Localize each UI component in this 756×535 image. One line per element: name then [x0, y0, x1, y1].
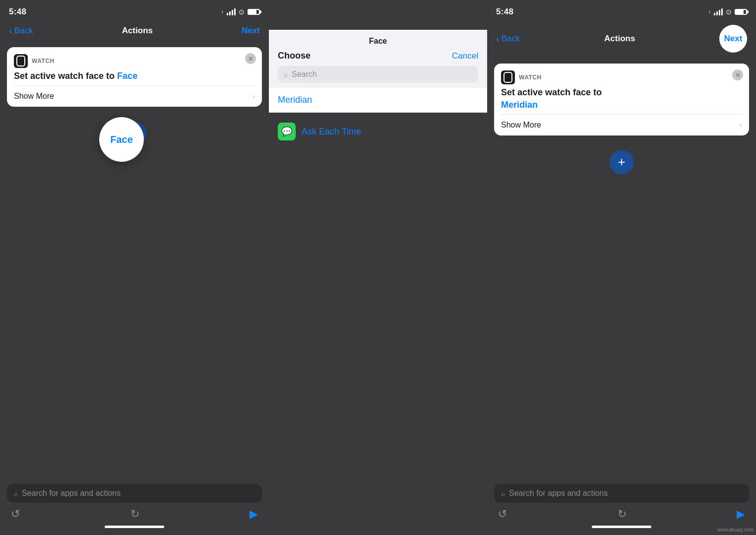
picker-choose-label: Choose [278, 51, 311, 61]
search-icon-right: ⌕ [501, 489, 505, 497]
next-button-left[interactable]: Next [242, 26, 260, 36]
status-bar-left: 5:48 ↑ ⊙ [0, 0, 269, 22]
picker-item-meridian[interactable]: Meridian [269, 88, 487, 113]
play-button-left[interactable]: ▶ [250, 508, 258, 521]
picker-search-icon: ⌕ [284, 70, 288, 78]
wifi-icon: ⊙ [239, 8, 245, 16]
undo-icon-right[interactable]: ↺ [498, 508, 507, 521]
chevron-left-icon-right: ‹ [496, 33, 500, 45]
panel-left: 5:48 ↑ ⊙ ‹ Back Actions [0, 0, 269, 535]
card-header-right: WATCH [501, 70, 742, 84]
show-more-right[interactable]: Show More › [501, 114, 742, 135]
home-indicator-right [592, 526, 651, 528]
home-indicator-left [105, 526, 164, 528]
location-icon: ↑ [221, 9, 224, 15]
content-left: WATCH ✕ Set active watch face to Face Sh… [0, 40, 269, 480]
search-icon-left: ⌕ [14, 489, 18, 497]
back-button-left[interactable]: ‹ Back [9, 25, 33, 36]
nav-bar-right: ‹ Back Actions Next [487, 22, 756, 57]
play-button-right[interactable]: ▶ [737, 508, 745, 521]
picker-search-bar[interactable]: ⌕ Search [278, 66, 478, 83]
watermark: www.deuaq.com [717, 527, 754, 533]
face-value-left[interactable]: Face [117, 71, 137, 81]
add-action-button-right[interactable]: + [610, 150, 633, 174]
bottom-bar-left: ⌕ Search for apps and actions ↺ ↻ ▶ [0, 480, 269, 535]
face-circle-label: Face [110, 134, 133, 145]
panel-right: 5:48 ↑ ⊙ ‹ Back Actions [487, 0, 756, 535]
search-bar-left[interactable]: ⌕ Search for apps and actions [7, 484, 262, 503]
location-icon-right: ↑ [708, 9, 711, 15]
chevron-right-icon-right: › [740, 121, 742, 130]
chevron-left-icon: ‹ [9, 25, 12, 36]
ask-label: Ask Each Time [302, 127, 361, 137]
action-text-left: Set active watch face to Face [14, 71, 255, 81]
status-icons-right: ↑ ⊙ [708, 8, 748, 16]
bottom-actions-left: ↺ ↻ ▶ [7, 503, 262, 524]
redo-icon-right[interactable]: ↻ [618, 508, 627, 521]
nav-title-right: Actions [604, 34, 635, 44]
time-left: 5:48 [9, 7, 26, 17]
watch-icon-left [14, 54, 28, 68]
face-circle[interactable]: Face [99, 117, 144, 162]
picker-list: Meridian [269, 88, 487, 113]
next-button-right[interactable]: Next [719, 25, 747, 53]
battery-icon [248, 9, 260, 15]
nav-bar-left: ‹ Back Actions Next [0, 22, 269, 40]
bottom-bar-right: ⌕ Search for apps and actions ↺ ↻ ▶ [487, 480, 756, 535]
chevron-right-icon-left: › [252, 92, 255, 101]
search-bar-right[interactable]: ⌕ Search for apps and actions [494, 484, 749, 503]
meridian-value-right[interactable]: Meridian [501, 100, 742, 110]
nav-title-left: Actions [122, 26, 153, 36]
watch-label-left: WATCH [32, 58, 55, 65]
show-more-label-right: Show More [501, 121, 541, 130]
action-text-right: Set active watch face to [501, 87, 742, 98]
action-card-right: WATCH ✕ Set active watch face to Meridia… [494, 64, 749, 135]
ask-icon: 💬 [278, 123, 296, 140]
plus-icon-right: + [618, 155, 625, 168]
show-more-label-left: Show More [14, 92, 54, 101]
wifi-icon-right: ⊙ [726, 8, 732, 16]
picker-ask-each-time[interactable]: 💬 Ask Each Time [269, 113, 487, 150]
redo-icon-left[interactable]: ↻ [130, 508, 139, 521]
action-card-left: WATCH ✕ Set active watch face to Face Sh… [7, 47, 262, 107]
search-placeholder-right: Search for apps and actions [509, 489, 608, 498]
panel-middle: Face Choose Cancel ⌕ Search Meridian 💬 A… [269, 0, 487, 535]
battery-icon-right [735, 9, 747, 15]
close-button-left[interactable]: ✕ [245, 53, 256, 64]
status-icons-left: ↑ ⊙ [221, 8, 260, 16]
picker-cancel-button[interactable]: Cancel [452, 51, 478, 61]
signal-icon-right [714, 8, 723, 15]
watch-icon-right [501, 70, 515, 84]
close-button-right[interactable]: ✕ [732, 69, 743, 80]
signal-icon [227, 8, 236, 15]
time-right: 5:48 [496, 7, 513, 17]
picker-nav: Choose Cancel [278, 51, 478, 61]
watch-label-right: WATCH [519, 74, 542, 81]
picker-header: Face Choose Cancel ⌕ Search [269, 30, 487, 88]
show-more-left[interactable]: Show More › [14, 85, 255, 107]
card-header-left: WATCH [14, 54, 255, 68]
content-right: WATCH ✕ Set active watch face to Meridia… [487, 57, 756, 480]
search-placeholder-left: Search for apps and actions [22, 489, 121, 498]
picker-title: Face [278, 37, 478, 46]
bottom-actions-right: ↺ ↻ ▶ [494, 503, 749, 524]
undo-icon-left[interactable]: ↺ [11, 508, 20, 521]
picker-search-placeholder: Search [292, 70, 317, 79]
status-bar-right: 5:48 ↑ ⊙ [487, 0, 756, 22]
back-button-right[interactable]: ‹ Back [496, 33, 520, 45]
